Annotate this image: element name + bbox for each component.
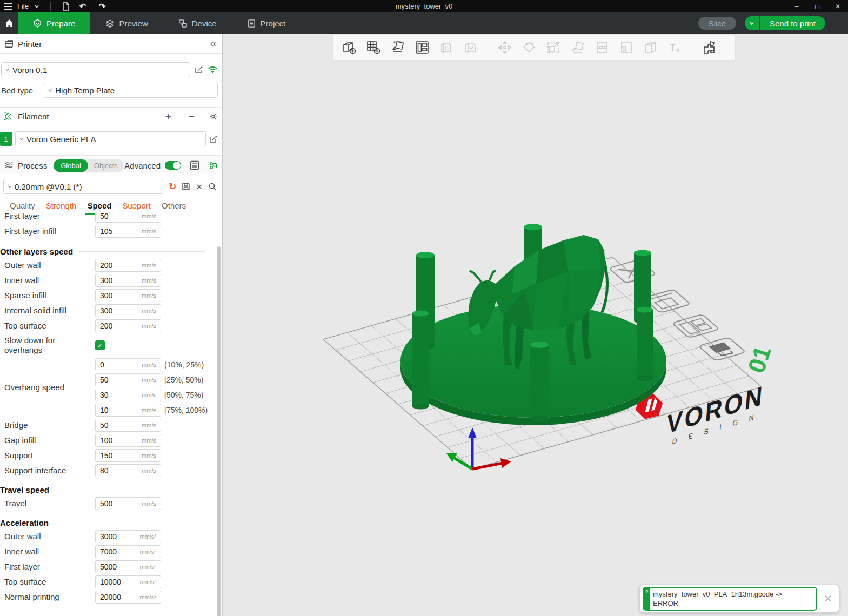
scale-icon[interactable] bbox=[543, 37, 564, 58]
new-project-icon[interactable] bbox=[62, 2, 70, 11]
settings-list: First layer50mm/sFirst layer infill105mm… bbox=[0, 212, 214, 605]
search-icon[interactable] bbox=[208, 182, 217, 191]
printer-name: Voron 0.1 bbox=[12, 65, 47, 75]
tab-project[interactable]: Project bbox=[232, 12, 301, 34]
home-icon bbox=[4, 18, 14, 28]
setting-input[interactable]: 10mm/s bbox=[95, 404, 161, 417]
split-icon[interactable] bbox=[591, 37, 613, 58]
menu-icon[interactable] bbox=[4, 3, 12, 10]
maximize-button[interactable]: ◻ bbox=[807, 0, 827, 12]
slice-button[interactable]: Slice bbox=[698, 17, 736, 30]
add-filament-button[interactable]: + bbox=[162, 111, 175, 122]
process-scope-switch[interactable]: Global Objects bbox=[54, 159, 124, 172]
reset-preset-icon[interactable]: ↻ bbox=[169, 182, 176, 191]
setting-range-note: [50%, 75%) bbox=[164, 391, 203, 399]
plate-number: 01 bbox=[743, 343, 776, 376]
setting-input[interactable]: 50mm/s bbox=[95, 212, 161, 223]
arrange-icon[interactable] bbox=[411, 37, 433, 58]
save-preset-icon[interactable] bbox=[182, 182, 190, 191]
remove-filament-button[interactable]: − bbox=[185, 111, 198, 122]
setting-input[interactable]: 3000mm/s² bbox=[95, 530, 161, 543]
setting-input[interactable]: 500mm/s bbox=[95, 497, 161, 510]
setting-input[interactable]: 30mm/s bbox=[95, 389, 161, 401]
scope-objects[interactable]: Objects bbox=[88, 162, 124, 170]
viewport-3d[interactable]: VORON D E S I G N 01 bbox=[223, 34, 848, 616]
settings-scrollbar[interactable] bbox=[217, 246, 221, 616]
setting-input[interactable]: 10000mm/s² bbox=[95, 575, 161, 588]
process-preset-select[interactable]: 0.20mm @V0.1 (*) bbox=[3, 179, 163, 194]
preset-list-icon[interactable] bbox=[190, 160, 199, 170]
setting-label: First layer bbox=[4, 212, 95, 221]
tab-label: Project bbox=[261, 19, 286, 28]
file-menu[interactable]: File bbox=[17, 2, 29, 10]
setting-checkbox[interactable]: ✓ bbox=[95, 340, 105, 350]
svg-text:AUTO: AUTO bbox=[393, 41, 401, 44]
setting-input[interactable]: 50mm/s bbox=[95, 373, 161, 386]
move-icon[interactable] bbox=[494, 37, 516, 58]
setting-input[interactable]: 100mm/s bbox=[95, 434, 161, 447]
tab-device[interactable]: Device bbox=[163, 12, 232, 34]
paste-icon[interactable]: P bbox=[460, 37, 482, 58]
add-plate-icon[interactable] bbox=[363, 37, 384, 58]
printer-select[interactable]: Voron 0.1 bbox=[1, 62, 190, 77]
copy-icon[interactable]: 0 bbox=[436, 37, 457, 58]
arrange-plate-icon[interactable] bbox=[672, 314, 719, 338]
filament-select[interactable]: Voron Generic PLA bbox=[15, 131, 206, 146]
rotate-icon[interactable] bbox=[518, 37, 540, 58]
text-tool-icon[interactable]: Ta bbox=[664, 37, 686, 58]
clear-preset-icon[interactable]: ✕ bbox=[196, 183, 203, 191]
filament-name: Voron Generic PLA bbox=[26, 135, 96, 144]
setting-input[interactable]: 7000mm/s² bbox=[95, 545, 161, 558]
mesh-boolean-icon[interactable] bbox=[640, 37, 662, 58]
printer-icon bbox=[4, 39, 14, 49]
tab-preview[interactable]: Preview bbox=[90, 12, 163, 34]
scope-global[interactable]: Global bbox=[54, 159, 88, 172]
printer-settings-gear-icon[interactable] bbox=[209, 39, 218, 49]
file-menu-chevron-icon[interactable] bbox=[34, 4, 39, 9]
printer-section-title: Printer bbox=[18, 39, 42, 49]
assembly-icon[interactable] bbox=[698, 37, 720, 58]
setting-input[interactable]: 300mm/s bbox=[95, 289, 161, 302]
auto-orient-icon[interactable]: AUTO bbox=[387, 37, 409, 58]
send-to-print-button[interactable]: Send to print bbox=[760, 16, 825, 30]
notification-close-icon[interactable]: ✕ bbox=[817, 592, 839, 605]
advanced-toggle[interactable] bbox=[165, 161, 181, 170]
bed-type-select[interactable]: High Temp Plate bbox=[44, 83, 218, 98]
setting-range-note: [25%, 50%) bbox=[164, 376, 203, 384]
send-dropdown-button[interactable] bbox=[745, 16, 759, 30]
edit-filament-icon[interactable] bbox=[209, 135, 218, 143]
setting-input[interactable]: 300mm/s bbox=[95, 304, 161, 317]
filament-settings-gear-icon[interactable] bbox=[209, 112, 218, 121]
setting-input[interactable]: 300mm/s bbox=[95, 274, 161, 287]
parameter-search-icon[interactable] bbox=[208, 160, 218, 170]
home-button[interactable] bbox=[0, 12, 18, 34]
setting-input[interactable]: 20000mm/s² bbox=[95, 591, 161, 604]
minimize-button[interactable]: – bbox=[786, 0, 807, 12]
undo-icon[interactable]: ↶ bbox=[76, 2, 90, 11]
tab-label: Device bbox=[192, 19, 217, 28]
setting-input[interactable]: 0mm/s bbox=[95, 358, 161, 371]
wifi-icon[interactable] bbox=[208, 65, 218, 74]
notification-toast: ? mystery_tower_v0_PLA_1h13m.gcode -> ER… bbox=[639, 585, 839, 613]
close-button[interactable]: ✕ bbox=[827, 0, 848, 12]
process-section-title: Process bbox=[18, 161, 47, 170]
add-model-icon[interactable] bbox=[338, 37, 360, 58]
setting-input[interactable]: 5000mm/s² bbox=[95, 560, 161, 573]
setting-label: Gap infill bbox=[4, 436, 95, 445]
setting-row: Gap infill100mm/s bbox=[0, 433, 214, 448]
setting-label: Top surface bbox=[4, 321, 95, 331]
tab-prepare[interactable]: Prepare bbox=[18, 12, 90, 34]
lay-on-face-icon[interactable] bbox=[567, 37, 589, 58]
edit-printer-icon[interactable] bbox=[195, 65, 203, 74]
setting-input[interactable]: 200mm/s bbox=[95, 259, 161, 272]
setting-input[interactable]: 50mm/s bbox=[95, 419, 161, 432]
setting-input[interactable]: 80mm/s bbox=[95, 464, 161, 477]
lock-plate-icon[interactable] bbox=[698, 337, 746, 361]
setting-input[interactable]: 200mm/s bbox=[95, 319, 161, 332]
redo-icon[interactable]: ↷ bbox=[95, 2, 109, 11]
support-paint-icon[interactable] bbox=[616, 37, 637, 58]
setting-input[interactable]: 150mm/s bbox=[95, 449, 161, 462]
filament-icon bbox=[4, 112, 14, 121]
setting-label: Support bbox=[4, 451, 95, 460]
setting-input[interactable]: 105mm/s bbox=[95, 225, 161, 238]
